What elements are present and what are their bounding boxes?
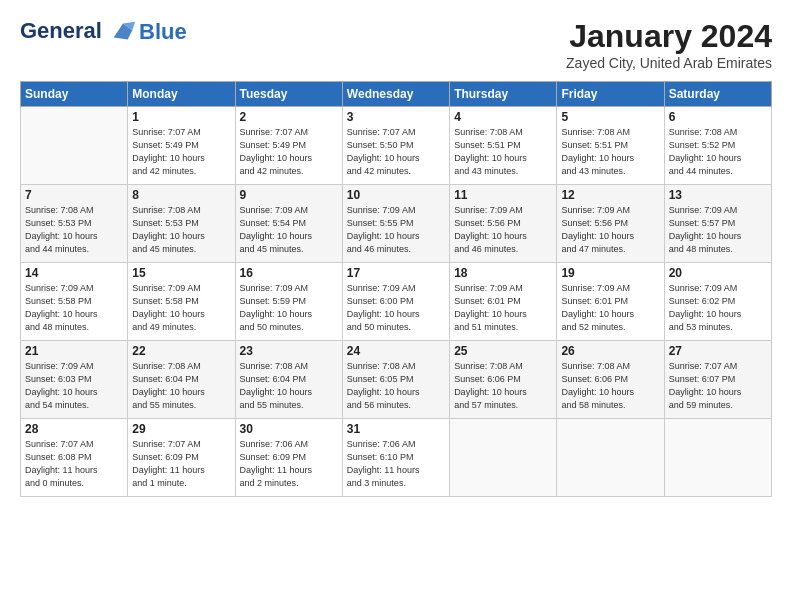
page: General Blue January 2024 Zayed City, Un… [0, 0, 792, 507]
day-number: 6 [669, 110, 767, 124]
calendar-cell [21, 107, 128, 185]
calendar-cell: 14Sunrise: 7:09 AM Sunset: 5:58 PM Dayli… [21, 263, 128, 341]
cell-info: Sunrise: 7:09 AM Sunset: 6:01 PM Dayligh… [454, 282, 552, 334]
header-row: SundayMondayTuesdayWednesdayThursdayFrid… [21, 82, 772, 107]
day-number: 26 [561, 344, 659, 358]
day-number: 24 [347, 344, 445, 358]
day-number: 10 [347, 188, 445, 202]
week-row-5: 28Sunrise: 7:07 AM Sunset: 6:08 PM Dayli… [21, 419, 772, 497]
day-number: 20 [669, 266, 767, 280]
cell-info: Sunrise: 7:08 AM Sunset: 5:53 PM Dayligh… [25, 204, 123, 256]
day-number: 17 [347, 266, 445, 280]
calendar-cell: 22Sunrise: 7:08 AM Sunset: 6:04 PM Dayli… [128, 341, 235, 419]
calendar-cell: 26Sunrise: 7:08 AM Sunset: 6:06 PM Dayli… [557, 341, 664, 419]
title-area: January 2024 Zayed City, United Arab Emi… [566, 18, 772, 71]
cell-info: Sunrise: 7:09 AM Sunset: 5:55 PM Dayligh… [347, 204, 445, 256]
calendar-cell: 15Sunrise: 7:09 AM Sunset: 5:58 PM Dayli… [128, 263, 235, 341]
cell-info: Sunrise: 7:08 AM Sunset: 5:53 PM Dayligh… [132, 204, 230, 256]
day-number: 21 [25, 344, 123, 358]
logo-bird-icon [109, 18, 137, 46]
calendar-cell: 27Sunrise: 7:07 AM Sunset: 6:07 PM Dayli… [664, 341, 771, 419]
cell-info: Sunrise: 7:09 AM Sunset: 5:56 PM Dayligh… [561, 204, 659, 256]
calendar-cell: 6Sunrise: 7:08 AM Sunset: 5:52 PM Daylig… [664, 107, 771, 185]
calendar-cell: 10Sunrise: 7:09 AM Sunset: 5:55 PM Dayli… [342, 185, 449, 263]
day-header-wednesday: Wednesday [342, 82, 449, 107]
day-number: 27 [669, 344, 767, 358]
cell-info: Sunrise: 7:07 AM Sunset: 5:49 PM Dayligh… [132, 126, 230, 178]
day-header-tuesday: Tuesday [235, 82, 342, 107]
day-number: 13 [669, 188, 767, 202]
calendar-cell: 11Sunrise: 7:09 AM Sunset: 5:56 PM Dayli… [450, 185, 557, 263]
day-number: 11 [454, 188, 552, 202]
cell-info: Sunrise: 7:08 AM Sunset: 6:04 PM Dayligh… [132, 360, 230, 412]
calendar-cell: 25Sunrise: 7:08 AM Sunset: 6:06 PM Dayli… [450, 341, 557, 419]
day-number: 29 [132, 422, 230, 436]
day-number: 3 [347, 110, 445, 124]
month-title: January 2024 [566, 18, 772, 55]
cell-info: Sunrise: 7:09 AM Sunset: 5:58 PM Dayligh… [25, 282, 123, 334]
calendar-cell: 30Sunrise: 7:06 AM Sunset: 6:09 PM Dayli… [235, 419, 342, 497]
cell-info: Sunrise: 7:07 AM Sunset: 5:50 PM Dayligh… [347, 126, 445, 178]
day-number: 22 [132, 344, 230, 358]
location-subtitle: Zayed City, United Arab Emirates [566, 55, 772, 71]
logo-blue: Blue [139, 19, 187, 45]
calendar-table: SundayMondayTuesdayWednesdayThursdayFrid… [20, 81, 772, 497]
cell-info: Sunrise: 7:08 AM Sunset: 5:51 PM Dayligh… [454, 126, 552, 178]
cell-info: Sunrise: 7:08 AM Sunset: 5:52 PM Dayligh… [669, 126, 767, 178]
header: General Blue January 2024 Zayed City, Un… [20, 18, 772, 71]
cell-info: Sunrise: 7:06 AM Sunset: 6:09 PM Dayligh… [240, 438, 338, 490]
calendar-cell: 4Sunrise: 7:08 AM Sunset: 5:51 PM Daylig… [450, 107, 557, 185]
calendar-cell: 31Sunrise: 7:06 AM Sunset: 6:10 PM Dayli… [342, 419, 449, 497]
cell-info: Sunrise: 7:09 AM Sunset: 5:54 PM Dayligh… [240, 204, 338, 256]
cell-info: Sunrise: 7:09 AM Sunset: 6:01 PM Dayligh… [561, 282, 659, 334]
day-number: 1 [132, 110, 230, 124]
day-header-sunday: Sunday [21, 82, 128, 107]
day-number: 25 [454, 344, 552, 358]
day-number: 30 [240, 422, 338, 436]
cell-info: Sunrise: 7:08 AM Sunset: 6:06 PM Dayligh… [561, 360, 659, 412]
calendar-cell: 5Sunrise: 7:08 AM Sunset: 5:51 PM Daylig… [557, 107, 664, 185]
day-number: 5 [561, 110, 659, 124]
calendar-cell [557, 419, 664, 497]
calendar-cell: 16Sunrise: 7:09 AM Sunset: 5:59 PM Dayli… [235, 263, 342, 341]
cell-info: Sunrise: 7:09 AM Sunset: 6:00 PM Dayligh… [347, 282, 445, 334]
day-number: 12 [561, 188, 659, 202]
cell-info: Sunrise: 7:09 AM Sunset: 6:03 PM Dayligh… [25, 360, 123, 412]
calendar-cell: 18Sunrise: 7:09 AM Sunset: 6:01 PM Dayli… [450, 263, 557, 341]
cell-info: Sunrise: 7:07 AM Sunset: 6:08 PM Dayligh… [25, 438, 123, 490]
cell-info: Sunrise: 7:08 AM Sunset: 6:04 PM Dayligh… [240, 360, 338, 412]
cell-info: Sunrise: 7:09 AM Sunset: 5:57 PM Dayligh… [669, 204, 767, 256]
calendar-cell [450, 419, 557, 497]
cell-info: Sunrise: 7:08 AM Sunset: 6:06 PM Dayligh… [454, 360, 552, 412]
day-number: 18 [454, 266, 552, 280]
day-number: 14 [25, 266, 123, 280]
week-row-4: 21Sunrise: 7:09 AM Sunset: 6:03 PM Dayli… [21, 341, 772, 419]
day-header-friday: Friday [557, 82, 664, 107]
calendar-cell: 12Sunrise: 7:09 AM Sunset: 5:56 PM Dayli… [557, 185, 664, 263]
logo-general: General [20, 18, 102, 43]
calendar-cell: 3Sunrise: 7:07 AM Sunset: 5:50 PM Daylig… [342, 107, 449, 185]
calendar-cell: 21Sunrise: 7:09 AM Sunset: 6:03 PM Dayli… [21, 341, 128, 419]
cell-info: Sunrise: 7:09 AM Sunset: 5:56 PM Dayligh… [454, 204, 552, 256]
calendar-cell [664, 419, 771, 497]
week-row-1: 1Sunrise: 7:07 AM Sunset: 5:49 PM Daylig… [21, 107, 772, 185]
day-number: 31 [347, 422, 445, 436]
cell-info: Sunrise: 7:07 AM Sunset: 5:49 PM Dayligh… [240, 126, 338, 178]
day-header-monday: Monday [128, 82, 235, 107]
week-row-3: 14Sunrise: 7:09 AM Sunset: 5:58 PM Dayli… [21, 263, 772, 341]
calendar-cell: 7Sunrise: 7:08 AM Sunset: 5:53 PM Daylig… [21, 185, 128, 263]
cell-info: Sunrise: 7:09 AM Sunset: 6:02 PM Dayligh… [669, 282, 767, 334]
day-number: 19 [561, 266, 659, 280]
day-number: 7 [25, 188, 123, 202]
logo: General Blue [20, 18, 187, 46]
calendar-cell: 13Sunrise: 7:09 AM Sunset: 5:57 PM Dayli… [664, 185, 771, 263]
cell-info: Sunrise: 7:06 AM Sunset: 6:10 PM Dayligh… [347, 438, 445, 490]
calendar-cell: 2Sunrise: 7:07 AM Sunset: 5:49 PM Daylig… [235, 107, 342, 185]
day-header-saturday: Saturday [664, 82, 771, 107]
cell-info: Sunrise: 7:09 AM Sunset: 5:59 PM Dayligh… [240, 282, 338, 334]
calendar-cell: 19Sunrise: 7:09 AM Sunset: 6:01 PM Dayli… [557, 263, 664, 341]
day-header-thursday: Thursday [450, 82, 557, 107]
calendar-cell: 1Sunrise: 7:07 AM Sunset: 5:49 PM Daylig… [128, 107, 235, 185]
calendar-cell: 8Sunrise: 7:08 AM Sunset: 5:53 PM Daylig… [128, 185, 235, 263]
calendar-cell: 29Sunrise: 7:07 AM Sunset: 6:09 PM Dayli… [128, 419, 235, 497]
